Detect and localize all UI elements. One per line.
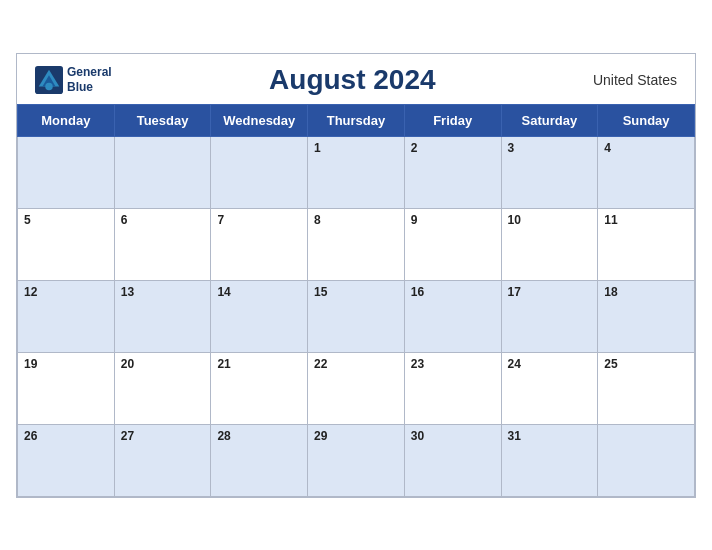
calendar-day-cell: 21: [211, 352, 308, 424]
calendar-day-cell: 18: [598, 280, 695, 352]
day-number: 18: [604, 285, 617, 299]
calendar-week-row: 12131415161718: [18, 280, 695, 352]
day-number: 2: [411, 141, 418, 155]
calendar-day-cell: 10: [501, 208, 598, 280]
calendar-day-cell: 6: [114, 208, 211, 280]
day-number: 4: [604, 141, 611, 155]
calendar-day-cell: 1: [308, 136, 405, 208]
calendar-day-cell: [598, 424, 695, 496]
header-tuesday: Tuesday: [114, 104, 211, 136]
calendar-day-cell: 2: [404, 136, 501, 208]
day-number: 6: [121, 213, 128, 227]
calendar-day-cell: [18, 136, 115, 208]
day-number: 3: [508, 141, 515, 155]
day-number: 22: [314, 357, 327, 371]
day-number: 17: [508, 285, 521, 299]
day-number: 8: [314, 213, 321, 227]
calendar-day-cell: 8: [308, 208, 405, 280]
calendar-day-cell: 29: [308, 424, 405, 496]
calendar: General Blue August 2024 United States M…: [16, 53, 696, 498]
day-number: 1: [314, 141, 321, 155]
logo-text: General Blue: [67, 65, 112, 94]
calendar-day-cell: 7: [211, 208, 308, 280]
month-title: August 2024: [269, 64, 436, 96]
calendar-day-cell: 13: [114, 280, 211, 352]
day-number: 26: [24, 429, 37, 443]
calendar-header: General Blue August 2024 United States: [17, 54, 695, 104]
calendar-day-cell: 31: [501, 424, 598, 496]
day-number: 15: [314, 285, 327, 299]
calendar-day-cell: 9: [404, 208, 501, 280]
day-number: 30: [411, 429, 424, 443]
calendar-day-cell: 23: [404, 352, 501, 424]
day-number: 16: [411, 285, 424, 299]
calendar-week-row: 1234: [18, 136, 695, 208]
header-saturday: Saturday: [501, 104, 598, 136]
day-number: 14: [217, 285, 230, 299]
calendar-day-cell: [211, 136, 308, 208]
calendar-day-cell: 17: [501, 280, 598, 352]
calendar-table: Monday Tuesday Wednesday Thursday Friday…: [17, 104, 695, 497]
calendar-week-row: 567891011: [18, 208, 695, 280]
calendar-day-cell: 28: [211, 424, 308, 496]
logo-area: General Blue: [35, 65, 112, 94]
calendar-day-cell: 16: [404, 280, 501, 352]
calendar-day-cell: 15: [308, 280, 405, 352]
calendar-day-cell: 3: [501, 136, 598, 208]
day-number: 12: [24, 285, 37, 299]
day-number: 21: [217, 357, 230, 371]
calendar-day-cell: 11: [598, 208, 695, 280]
day-number: 19: [24, 357, 37, 371]
day-number: 7: [217, 213, 224, 227]
header-thursday: Thursday: [308, 104, 405, 136]
weekday-header-row: Monday Tuesday Wednesday Thursday Friday…: [18, 104, 695, 136]
calendar-day-cell: 4: [598, 136, 695, 208]
calendar-day-cell: 14: [211, 280, 308, 352]
calendar-day-cell: 24: [501, 352, 598, 424]
day-number: 23: [411, 357, 424, 371]
calendar-week-row: 19202122232425: [18, 352, 695, 424]
day-number: 13: [121, 285, 134, 299]
calendar-day-cell: [114, 136, 211, 208]
svg-point-3: [45, 82, 52, 89]
calendar-day-cell: 22: [308, 352, 405, 424]
day-number: 31: [508, 429, 521, 443]
header-friday: Friday: [404, 104, 501, 136]
calendar-week-row: 262728293031: [18, 424, 695, 496]
header-sunday: Sunday: [598, 104, 695, 136]
day-number: 25: [604, 357, 617, 371]
day-number: 11: [604, 213, 617, 227]
country-label: United States: [593, 72, 677, 88]
header-monday: Monday: [18, 104, 115, 136]
day-number: 9: [411, 213, 418, 227]
day-number: 20: [121, 357, 134, 371]
calendar-day-cell: 26: [18, 424, 115, 496]
day-number: 28: [217, 429, 230, 443]
calendar-day-cell: 12: [18, 280, 115, 352]
calendar-day-cell: 30: [404, 424, 501, 496]
day-number: 29: [314, 429, 327, 443]
calendar-day-cell: 19: [18, 352, 115, 424]
calendar-day-cell: 5: [18, 208, 115, 280]
day-number: 27: [121, 429, 134, 443]
calendar-day-cell: 20: [114, 352, 211, 424]
day-number: 10: [508, 213, 521, 227]
calendar-day-cell: 27: [114, 424, 211, 496]
header-wednesday: Wednesday: [211, 104, 308, 136]
day-number: 24: [508, 357, 521, 371]
logo-icon: [35, 66, 63, 94]
day-number: 5: [24, 213, 31, 227]
calendar-day-cell: 25: [598, 352, 695, 424]
